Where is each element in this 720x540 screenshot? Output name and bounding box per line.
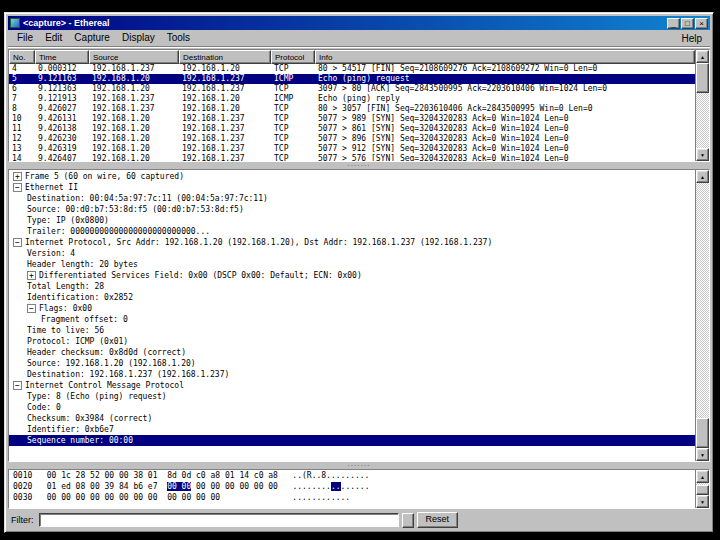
- detail-line[interactable]: Time to live: 56: [9, 325, 695, 336]
- detail-line[interactable]: −Ethernet II: [9, 182, 695, 193]
- detail-line[interactable]: Source: 192.168.1.20 (192.168.1.20): [9, 358, 695, 369]
- detail-line[interactable]: −Internet Control Message Protocol: [9, 380, 695, 391]
- packet-cell: 192.168.1.20: [179, 94, 271, 104]
- menu-file[interactable]: File: [12, 31, 40, 45]
- packet-row[interactable]: 149.426407192.168.1.20192.168.1.237TCP50…: [9, 154, 695, 161]
- packet-row[interactable]: 139.426319192.168.1.20192.168.1.237TCP50…: [9, 144, 695, 154]
- detail-line[interactable]: Sequence number: 00:00: [9, 435, 695, 446]
- packet-list-scrollbar[interactable]: ▲ ▼: [695, 50, 709, 161]
- hex-bytes-selected[interactable]: 00 00: [167, 482, 191, 491]
- packet-row[interactable]: 59.121163192.168.1.20192.168.1.237ICMPEc…: [9, 74, 695, 84]
- detail-line[interactable]: Protocol: ICMP (0x01): [9, 336, 695, 347]
- detail-line[interactable]: Version: 4: [9, 248, 695, 259]
- pane-splitter-bottom[interactable]: ·······: [8, 462, 710, 469]
- packet-cell: 9.121163: [35, 74, 89, 84]
- detail-line[interactable]: Total Length: 28: [9, 281, 695, 292]
- detail-line[interactable]: Fragment offset: 0: [9, 314, 695, 325]
- detail-line[interactable]: Source: 00:d0:b7:53:8d:f5 (00:d0:b7:53:8…: [9, 204, 695, 215]
- pane-splitter-top[interactable]: ·······: [8, 162, 710, 169]
- detail-line[interactable]: Header length: 20 bytes: [9, 259, 695, 270]
- reset-button[interactable]: Reset: [417, 512, 459, 528]
- hex-ascii[interactable]: ..(R..8.........: [292, 471, 369, 480]
- detail-text: Total Length: 28: [27, 282, 104, 291]
- detail-line[interactable]: Type: 8 (Echo (ping) request): [9, 391, 695, 402]
- packet-cell: 192.168.1.237: [179, 134, 271, 144]
- menu-tools[interactable]: Tools: [162, 31, 197, 45]
- scrollbar-thumb[interactable]: [696, 418, 709, 448]
- menu-edit[interactable]: Edit: [40, 31, 69, 45]
- packet-row[interactable]: 119.426138192.168.1.20192.168.1.237TCP50…: [9, 124, 695, 134]
- packet-row[interactable]: 40.000312192.168.1.237192.168.1.20TCP80 …: [9, 64, 695, 74]
- hex-ascii[interactable]: ........: [292, 482, 331, 491]
- scroll-down-icon[interactable]: ▼: [696, 448, 709, 461]
- detail-line[interactable]: Type: IP (0x0800): [9, 215, 695, 226]
- packet-row[interactable]: 89.426027192.168.1.237192.168.1.20TCP80 …: [9, 104, 695, 114]
- packet-cell: 9.426230: [35, 134, 89, 144]
- expand-icon[interactable]: +: [13, 172, 22, 181]
- scroll-up-icon[interactable]: ▲: [696, 50, 709, 63]
- detail-line[interactable]: +Differentiated Services Field: 0x00 (DS…: [9, 270, 695, 281]
- details-scrollbar[interactable]: ▲ ▼: [695, 170, 709, 461]
- column-header-time[interactable]: Time: [35, 50, 89, 64]
- scroll-up-icon[interactable]: ▲: [696, 470, 709, 483]
- detail-line[interactable]: +Frame 5 (60 on wire, 60 captured): [9, 171, 695, 182]
- detail-line[interactable]: Trailer: 00000000000000000000000000...: [9, 226, 695, 237]
- hex-bytes[interactable]: 00 00 00 00 00 00 00 00 00 00 00 00: [47, 493, 278, 502]
- packet-cell: 80 > 54517 [FIN] Seq=2108609276 Ack=2108…: [315, 64, 695, 74]
- scroll-down-icon[interactable]: ▼: [696, 495, 709, 508]
- hex-bytes[interactable]: 01 ed 08 00 39 84 b6 e7: [47, 482, 167, 491]
- title-bar[interactable]: <capture> - Ethereal _ □ ×: [8, 16, 710, 30]
- packet-cell: TCP: [271, 134, 315, 144]
- packet-cell: 192.168.1.237: [179, 114, 271, 124]
- scroll-up-icon[interactable]: ▲: [696, 170, 709, 183]
- packet-details-pane: +Frame 5 (60 on wire, 60 captured)−Ether…: [8, 169, 710, 462]
- packet-row[interactable]: 69.121363192.168.1.20192.168.1.237TCP309…: [9, 84, 695, 94]
- collapse-icon[interactable]: −: [13, 381, 22, 390]
- hex-ascii-selected[interactable]: ..: [331, 482, 341, 491]
- minimize-button[interactable]: _: [667, 18, 680, 29]
- close-button[interactable]: ×: [695, 18, 708, 29]
- hex-ascii[interactable]: ............: [292, 493, 350, 502]
- collapse-icon[interactable]: −: [27, 304, 36, 313]
- maximize-button[interactable]: □: [681, 18, 694, 29]
- scrollbar-thumb[interactable]: [696, 63, 709, 93]
- collapse-icon[interactable]: −: [13, 183, 22, 192]
- packet-cell: 192.168.1.20: [179, 64, 271, 74]
- filter-label[interactable]: Filter:: [11, 515, 36, 525]
- column-header-destination[interactable]: Destination: [179, 50, 271, 64]
- hex-bytes[interactable]: 00 1c 28 52 00 00 38 01 8d 0d c0 a8 01 1…: [47, 471, 278, 480]
- menu-capture[interactable]: Capture: [69, 31, 117, 45]
- detail-line[interactable]: Destination: 00:04:5a:97:7c:11 (00:04:5a…: [9, 193, 695, 204]
- packet-row[interactable]: 129.426230192.168.1.20192.168.1.237TCP50…: [9, 134, 695, 144]
- detail-line[interactable]: Code: 0: [9, 402, 695, 413]
- expand-icon[interactable]: +: [27, 271, 36, 280]
- hex-row[interactable]: 0010 00 1c 28 52 00 00 38 01 8d 0d c0 a8…: [13, 471, 695, 482]
- detail-line[interactable]: Header checksum: 0x8d0d (correct): [9, 347, 695, 358]
- detail-line[interactable]: Identifier: 0xb6e7: [9, 424, 695, 435]
- collapse-icon[interactable]: −: [13, 238, 22, 247]
- filter-dropdown-button[interactable]: [402, 513, 414, 528]
- column-header-source[interactable]: Source: [89, 50, 179, 64]
- detail-text: Internet Control Message Protocol: [25, 381, 184, 390]
- column-header-no[interactable]: No.: [9, 50, 35, 64]
- hex-bytes[interactable]: 00 00 00 00 00 00: [191, 482, 278, 491]
- hex-row[interactable]: 0020 01 ed 08 00 39 84 b6 e7 00 00 00 00…: [13, 482, 695, 493]
- hex-ascii[interactable]: ......: [341, 482, 370, 491]
- menu-help[interactable]: Help: [677, 32, 706, 45]
- scroll-down-icon[interactable]: ▼: [696, 148, 709, 161]
- detail-line[interactable]: Identification: 0x2852: [9, 292, 695, 303]
- hex-row[interactable]: 0030 00 00 00 00 00 00 00 00 00 00 00 00…: [13, 493, 695, 504]
- scrollbar-thumb[interactable]: [696, 485, 709, 495]
- detail-line[interactable]: −Internet Protocol, Src Addr: 192.168.1.…: [9, 237, 695, 248]
- menu-display[interactable]: Display: [117, 31, 162, 45]
- detail-line[interactable]: Checksum: 0x3984 (correct): [9, 413, 695, 424]
- packet-row[interactable]: 79.121913192.168.1.237192.168.1.20ICMPEc…: [9, 94, 695, 104]
- detail-line[interactable]: −Flags: 0x00: [9, 303, 695, 314]
- detail-line[interactable]: Destination: 192.168.1.237 (192.168.1.23…: [9, 369, 695, 380]
- packet-row[interactable]: 109.426131192.168.1.20192.168.1.237TCP50…: [9, 114, 695, 124]
- detail-text: Protocol: ICMP (0x01): [27, 337, 128, 346]
- column-header-protocol[interactable]: Protocol: [271, 50, 315, 64]
- column-header-info[interactable]: Info: [315, 50, 695, 64]
- filter-input[interactable]: [39, 513, 399, 527]
- hex-scrollbar[interactable]: ▲ ▼: [695, 470, 709, 508]
